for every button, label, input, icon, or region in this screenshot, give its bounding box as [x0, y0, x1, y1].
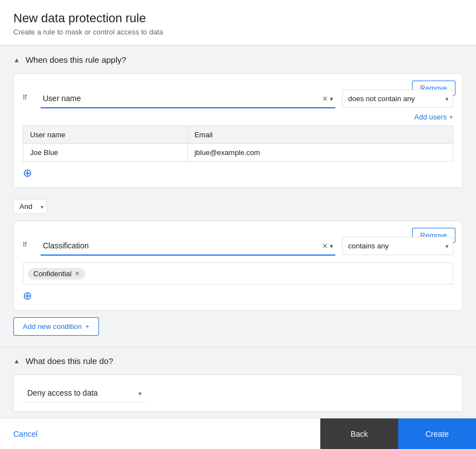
users-table-col-username: User name	[23, 126, 188, 144]
condition-inputs-2: Classification User name Email × ▾	[41, 237, 453, 256]
table-row: Joe Bluejblue@example.com	[23, 144, 453, 162]
when-chevron-icon: ▲	[13, 56, 20, 64]
condition-card-2: Remove If Classification User name Email…	[13, 221, 463, 311]
footer-cancel-area: Cancel	[0, 430, 320, 438]
condition-row-1: If User name Classification Email × ▾	[23, 87, 453, 108]
field-select-wrapper-1: User name Classification Email × ▾	[41, 89, 335, 108]
create-button[interactable]: Create	[398, 418, 476, 449]
operator-select-2[interactable]: contains any does not contain any is is …	[342, 237, 453, 255]
when-section: ▲ When does this rule apply? Remove If U…	[0, 46, 476, 347]
add-row-button-2[interactable]: ⊕	[23, 290, 32, 301]
tags-input-2[interactable]: Confidential×	[23, 262, 453, 285]
add-row-button-1[interactable]: ⊕	[23, 167, 32, 178]
and-wrapper: And Or ▾	[13, 199, 47, 214]
action-section: Deny access to data Mask data Allow acce…	[0, 375, 476, 418]
field-select-icons-2: × ▾	[323, 242, 333, 251]
when-section-header[interactable]: ▲ When does this rule apply?	[0, 46, 476, 73]
tag-label: Confidential	[33, 270, 72, 278]
operator-select-wrapper-2: contains any does not contain any is is …	[342, 237, 453, 255]
field-select-2[interactable]: Classification User name Email	[41, 237, 335, 256]
clear-icon-1[interactable]: ×	[323, 94, 328, 103]
add-condition-label: Add new condition	[23, 322, 82, 331]
table-cell-username: Joe Blue	[23, 144, 188, 162]
action-select-wrapper: Deny access to data Mask data Allow acce…	[23, 384, 145, 402]
add-condition-button[interactable]: Add new condition +	[13, 317, 99, 336]
what-section: ▲ What does this rule do? Deny access to…	[0, 347, 476, 418]
operator-select-1[interactable]: does not contain any contains any is is …	[342, 89, 453, 108]
and-select[interactable]: And Or	[13, 199, 47, 214]
add-condition-plus: +	[85, 322, 90, 331]
add-users-label: Add users	[414, 113, 447, 121]
dropdown-arrow-1[interactable]: ▾	[330, 95, 333, 103]
what-chevron-icon: ▲	[13, 357, 20, 365]
field-select-wrapper-2: Classification User name Email × ▾	[41, 237, 335, 256]
tags-area: Confidential×	[23, 262, 453, 285]
page-header: New data protection rule Create a rule t…	[0, 0, 476, 46]
condition-card-1: Remove If User name Classification Email…	[13, 73, 463, 188]
what-section-title: What does this rule do?	[26, 356, 113, 366]
page-subtitle: Create a rule to mask or control access …	[13, 28, 463, 36]
condition-row-2: If Classification User name Email × ▾	[23, 235, 453, 256]
clear-icon-2[interactable]: ×	[323, 242, 328, 251]
main-content: ▲ When does this rule apply? Remove If U…	[0, 46, 476, 418]
page-title: New data protection rule	[13, 11, 463, 26]
when-section-body: Remove If User name Classification Email…	[0, 73, 476, 347]
field-select-1[interactable]: User name Classification Email	[41, 89, 335, 108]
table-cell-email: jblue@example.com	[187, 144, 453, 162]
add-users-button[interactable]: Add users +	[414, 113, 453, 121]
users-table: User name Email Joe Bluejblue@example.co…	[23, 126, 453, 162]
what-section-header[interactable]: ▲ What does this rule do?	[0, 347, 476, 375]
add-users-plus: +	[449, 113, 453, 121]
dropdown-arrow-2[interactable]: ▾	[330, 242, 333, 250]
footer: Cancel Back Create	[0, 418, 476, 449]
tag-remove-icon[interactable]: ×	[75, 270, 80, 277]
if-label-2: If	[23, 235, 34, 248]
action-card: Deny access to data Mask data Allow acce…	[13, 375, 463, 412]
if-label-1: If	[23, 87, 34, 101]
field-select-icons-1: × ▾	[323, 94, 333, 103]
tag: Confidential×	[28, 268, 85, 280]
action-select[interactable]: Deny access to data Mask data Allow acce…	[23, 384, 145, 402]
operator-select-wrapper-1: does not contain any contains any is is …	[342, 89, 453, 108]
back-button[interactable]: Back	[320, 418, 398, 449]
cancel-button[interactable]: Cancel	[13, 430, 38, 438]
users-table-col-email: Email	[187, 126, 453, 144]
condition-inputs-1: User name Classification Email × ▾	[41, 89, 453, 108]
add-users-row: Add users +	[23, 113, 453, 121]
and-connector: And Or ▾	[13, 199, 47, 214]
when-section-title: When does this rule apply?	[26, 55, 126, 64]
